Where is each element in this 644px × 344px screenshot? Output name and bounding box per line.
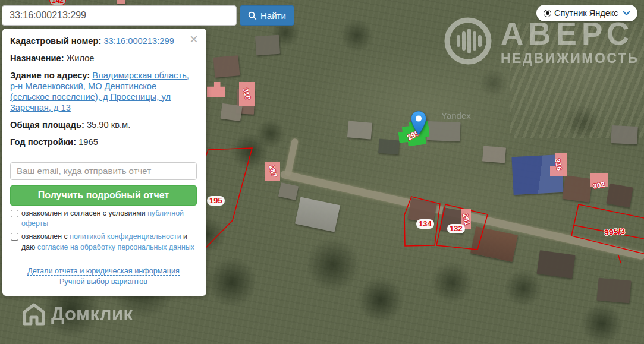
map-building — [255, 35, 280, 56]
cadastre-building-310[interactable]: 310 — [239, 82, 255, 106]
cadastral-number-link[interactable]: 33:16:000213:299 — [103, 36, 174, 46]
cadastre-building-302[interactable]: 302 — [590, 173, 608, 187]
cadastral-number-label: Кадастровый номер: — [10, 36, 103, 46]
search-bar: Найти — [2, 5, 294, 26]
parcel-label-142: 142 — [49, 0, 66, 5]
area-value: 35.90 кв.м. — [87, 120, 130, 130]
radio-selected-icon[interactable] — [544, 10, 551, 17]
purpose-row: Назначение: Жилое — [10, 53, 197, 64]
address-row: Здание по адресу: Владимирская область, … — [10, 71, 197, 113]
panel-footer-links: Детали отчета и юридическая информация Р… — [10, 266, 197, 288]
map-building — [482, 146, 506, 163]
purpose-label: Назначение: — [10, 53, 67, 63]
year-label: Год постройки: — [10, 137, 78, 147]
search-button[interactable]: Найти — [240, 5, 294, 26]
map-building — [213, 55, 240, 78]
consent-offer-checkbox[interactable] — [11, 210, 18, 217]
yandex-watermark: Yandex — [441, 111, 471, 121]
address-label: Здание по адресу: — [10, 71, 92, 80]
map-pin-icon[interactable] — [410, 111, 427, 135]
consent-offer-text-plain: ознакомлен и согласен с условиями — [21, 209, 147, 217]
search-button-label: Найти — [260, 11, 286, 21]
parcel-label-132: 132 — [447, 224, 465, 233]
year-value: 1965 — [78, 137, 98, 147]
map-building — [347, 121, 372, 139]
map-building — [596, 278, 631, 304]
building-number: 310 — [241, 87, 252, 101]
report-details-link[interactable]: Детали отчета и юридическая информация — [27, 267, 180, 276]
get-report-button[interactable]: Получить подробный отчет — [10, 185, 197, 206]
layer-selector[interactable]: Спутник Яндекс — [536, 5, 637, 21]
personal-data-link[interactable]: согласие на обработку персональных данны… — [37, 243, 194, 251]
privacy-policy-link[interactable]: политикой конфиденциальности — [70, 232, 181, 241]
purpose-value: Жилое — [67, 53, 95, 63]
divider — [10, 156, 197, 156]
cadastre-building-287[interactable]: 287 — [265, 162, 280, 181]
map-building — [611, 125, 638, 144]
close-icon[interactable]: × — [187, 30, 200, 49]
layer-selected-label: Спутник Яндекс — [554, 8, 623, 18]
field-texture — [510, 23, 644, 138]
map-building — [562, 175, 592, 203]
parcel-label-195: 195 — [207, 196, 225, 206]
consent-privacy-text-plain1: ознакомлен с — [21, 232, 70, 241]
cadastral-number-row: Кадастровый номер: 33:16:000213:299 — [10, 36, 197, 47]
parcel-label-134: 134 — [416, 219, 434, 229]
search-input[interactable] — [2, 5, 237, 26]
chevron-down-icon[interactable] — [623, 11, 630, 16]
email-field[interactable] — [10, 162, 197, 180]
map-building — [426, 121, 460, 141]
map-building-pink-partial — [117, 0, 125, 4]
map-building — [220, 103, 242, 121]
map-building — [378, 139, 400, 155]
consent-privacy-checkbox[interactable] — [11, 233, 18, 241]
consent-offer-text: ознакомлен и согласен с условиями публич… — [21, 209, 197, 229]
building-number: 287 — [267, 165, 278, 178]
search-icon — [248, 11, 257, 20]
consent-offer-row: ознакомлен и согласен с условиями публич… — [10, 209, 197, 229]
object-info-panel: × Кадастровый номер: 33:16:000213:299 На… — [2, 29, 206, 296]
consent-privacy-text: ознакомлен с политикой конфиденциальност… — [21, 232, 197, 253]
consent-privacy-row: ознакомлен с политикой конфиденциальност… — [10, 232, 197, 253]
area-label: Общая площадь: — [10, 120, 87, 130]
manual-select-link[interactable]: Ручной выбор вариантов — [59, 277, 147, 286]
map-building — [537, 250, 576, 279]
parcel-label-995-3: 995/3 — [604, 226, 625, 237]
map-viewport[interactable]: 310 287 291 316 302 195 134 132 995/3 14… — [0, 0, 644, 344]
area-row: Общая площадь: 35.90 кв.м. — [10, 120, 197, 131]
year-row: Год постройки: 1965 — [10, 137, 197, 148]
map-building — [606, 184, 633, 207]
